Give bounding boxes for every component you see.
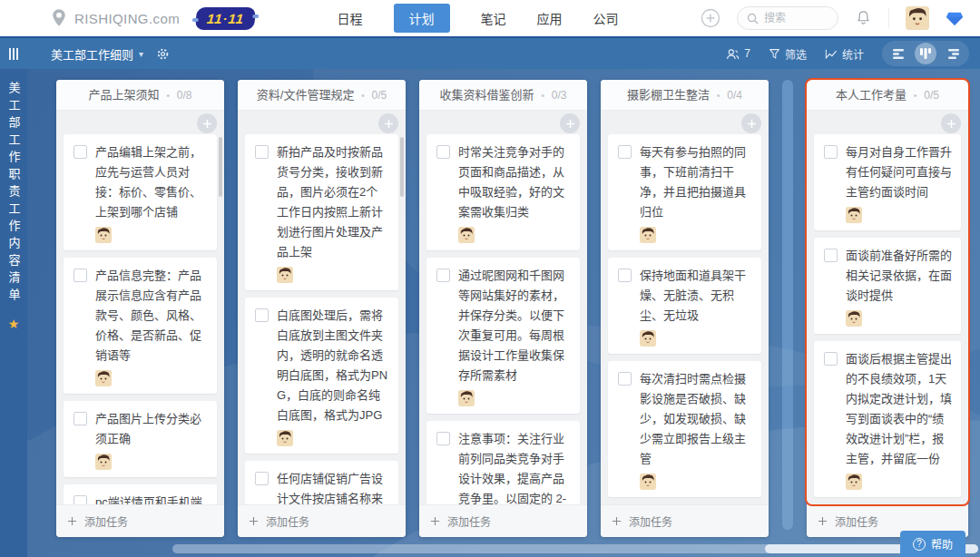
search-input[interactable] — [764, 12, 828, 24]
column-body[interactable]: 时常关注竞争对手的页面和商品描述，从中吸取经验，好的文案需收集归类 通过昵图网和… — [419, 134, 587, 504]
column-scrollbar-thumb[interactable] — [219, 137, 222, 197]
task-checkbox[interactable] — [255, 145, 269, 159]
column-header[interactable]: 产品上架须知 • 0/8 — [56, 80, 224, 111]
task-card[interactable]: 注意事项：关注行业前列同品类竞争对手设计效果，提高产品竞争里。以固定的 2-3家… — [426, 421, 580, 504]
add-card-button[interactable] — [941, 113, 961, 133]
user-avatar[interactable] — [906, 6, 929, 30]
kanban-view-button[interactable] — [915, 43, 936, 64]
task-checkbox[interactable] — [824, 249, 838, 262]
task-card[interactable]: 产品信息完整：产品展示信息应含有产品款号、颜色、风格、价格、是否新品、促销语等 — [64, 258, 217, 394]
add-card-button[interactable] — [378, 113, 398, 133]
board-left-sidebar[interactable]: 美工部工作职责工作内容清单 ★ — [0, 69, 27, 557]
plus-icon — [67, 516, 77, 526]
task-text: 每天有参与拍照的同事，下班前清扫干净，并且把拍摄道具归位 — [640, 142, 752, 222]
vip-diamond-icon[interactable] — [946, 11, 964, 26]
task-checkbox[interactable] — [436, 145, 450, 159]
task-card[interactable]: 面谈后根据主管提出的不良绩效项，1天内拟定改进计划，填写到面谈表中的“绩效改进计… — [814, 341, 961, 497]
add-task-button[interactable]: 添加任务 — [419, 504, 587, 537]
column-header[interactable]: 收集资料借鉴创新 • 0/3 — [419, 80, 587, 111]
list-view-button[interactable] — [887, 43, 909, 64]
task-card[interactable]: 保持地面和道具架干燥、无脏渍、无积尘、无垃圾 — [608, 258, 761, 354]
nav-item-schedule[interactable]: 日程 — [338, 9, 363, 27]
question-icon: ? — [913, 538, 926, 551]
task-text: 白底图处理后，需将白底放到主图文件夹内，透明的就命名透明白底图，格式为PNG，白… — [277, 306, 389, 425]
task-card[interactable]: 每次清扫时需点检摄影设施是否破损、缺少，如发现破损、缺少需立即报告上级主管 — [608, 361, 761, 497]
add-card-button[interactable] — [741, 113, 761, 133]
task-checkbox[interactable] — [255, 308, 269, 322]
task-card[interactable]: 产品编辑上架之前，应先与运营人员对接：标价、零售价、上架到哪个店铺 — [64, 134, 217, 250]
column-body[interactable]: 每天有参与拍照的同事，下班前清扫干净，并且把拍摄道具归位 保持地面和道具架干燥、… — [601, 134, 769, 504]
nav-item-plan[interactable]: 计划 — [394, 4, 450, 33]
horizontal-scrollbar — [172, 544, 978, 553]
column-header[interactable]: 资料/文件管理规定 • 0/5 — [238, 80, 406, 111]
task-card[interactable]: 通过昵图网和千图网等网站集好的素材，并保存分类。以便下次重复可用。每周根据设计工… — [426, 258, 580, 414]
task-content: 任何店铺促销广告设计文件按店铺名称来进行文件命名分类整理 — [277, 469, 389, 504]
task-checkbox[interactable] — [436, 269, 450, 282]
top-header: RISHIQING.com 11·11 日程 计划 笔记 应用 公司 — [0, 0, 980, 36]
task-text: 每次清扫时需点检摄影设施是否破损、缺少，如发现破损、缺少需立即报告上级主管 — [640, 369, 752, 469]
add-card-button[interactable] — [560, 113, 580, 133]
plus-icon — [249, 516, 259, 526]
task-checkbox[interactable] — [618, 145, 632, 159]
nav-item-apps[interactable]: 应用 — [537, 9, 563, 27]
column-header[interactable]: 摄影棚卫生整洁 • 0/4 — [601, 80, 769, 111]
notification-bell-icon[interactable] — [855, 9, 872, 27]
main-area: 美工部工作职责工作内容清单 ★ 产品上架须知 • 0/8 产品编辑上架之前，应先… — [0, 69, 980, 557]
favorite-star-icon[interactable]: ★ — [8, 317, 20, 331]
add-task-button[interactable]: 添加任务 — [601, 504, 769, 537]
task-checkbox[interactable] — [824, 145, 838, 159]
task-checkbox[interactable] — [255, 472, 269, 485]
task-card[interactable]: 每天有参与拍照的同事，下班前清扫干净，并且把拍摄道具归位 — [608, 134, 761, 250]
add-circle-icon[interactable] — [701, 8, 720, 28]
task-card[interactable]: pc端详情页和手机端详情页都要上传图片 — [64, 484, 217, 504]
members-button[interactable]: 7 — [726, 47, 750, 60]
board-settings-gear-icon[interactable] — [156, 47, 170, 61]
plus-icon — [430, 516, 440, 526]
task-checkbox[interactable] — [436, 432, 450, 445]
task-text: 面谈前准备好所需的相关记录依据，在面谈时提供 — [846, 246, 952, 306]
task-card[interactable]: 时常关注竞争对手的页面和商品描述，从中吸取经验，好的文案需收集归类 — [426, 134, 580, 250]
column-header[interactable]: 本人工作考量 • 0/5 — [807, 80, 968, 111]
add-task-label: 添加任务 — [266, 513, 309, 529]
column-body[interactable]: 新拍产品及时按新品货号分类，接收到新品，图片必须在2个工作日内按照上新计划进行图… — [238, 134, 406, 504]
stats-button[interactable]: 统计 — [825, 46, 864, 62]
nav-item-notes[interactable]: 笔记 — [481, 9, 506, 27]
promo-badge-11-11[interactable]: 11·11 — [195, 7, 256, 30]
view-toggle-group — [882, 41, 969, 66]
column-scrollbar-thumb[interactable] — [400, 137, 404, 197]
add-task-button[interactable]: 添加任务 — [56, 504, 224, 537]
add-task-button[interactable]: 添加任务 — [238, 504, 406, 537]
chevron-down-icon[interactable]: ▾ — [139, 49, 143, 59]
column-body[interactable]: 每月对自身工作晋升有任何疑问可直接与主管约面谈时间 面谈前准备好所需的相关记录依… — [807, 134, 968, 504]
task-checkbox[interactable] — [824, 352, 838, 366]
filter-button[interactable]: 筛选 — [769, 46, 807, 62]
plus-icon — [818, 516, 828, 526]
task-card[interactable]: 面谈前准备好所需的相关记录依据，在面谈时提供 — [814, 238, 961, 334]
nav-item-company[interactable]: 公司 — [593, 9, 619, 27]
task-card[interactable]: 任何店铺促销广告设计文件按店铺名称来进行文件命名分类整理 — [245, 461, 398, 504]
column-body[interactable]: 产品编辑上架之前，应先与运营人员对接：标价、零售价、上架到哪个店铺 产品信息完整… — [56, 134, 224, 504]
task-checkbox[interactable] — [74, 495, 87, 504]
collapsed-column-strip[interactable] — [782, 80, 793, 530]
plus-icon — [202, 119, 212, 129]
task-content: 每次清扫时需点检摄影设施是否破损、缺少，如发现破损、缺少需立即报告上级主管 — [640, 369, 752, 490]
brand[interactable]: RISHIQING.com — [51, 8, 180, 28]
task-card[interactable]: 新拍产品及时按新品货号分类，接收到新品，图片必须在2个工作日内按照上新计划进行图… — [245, 134, 398, 290]
task-checkbox[interactable] — [74, 269, 87, 282]
task-card[interactable]: 产品图片上传分类必须正确 — [64, 401, 217, 477]
add-card-button[interactable] — [197, 113, 217, 133]
task-checkbox[interactable] — [618, 372, 632, 386]
column-plus-row — [601, 111, 769, 134]
task-card[interactable]: 白底图处理后，需将白底放到主图文件夹内，透明的就命名透明白底图，格式为PNG，白… — [245, 298, 398, 454]
task-checkbox[interactable] — [74, 412, 87, 425]
help-button[interactable]: ? 帮助 — [900, 531, 965, 557]
board-title-dropdown[interactable]: 美工部工作细则 — [51, 45, 133, 63]
task-checkbox[interactable] — [74, 145, 87, 159]
toolbar-right-cluster: 7 筛选 统计 — [726, 41, 980, 66]
task-checkbox[interactable] — [618, 269, 632, 282]
search-box[interactable] — [737, 6, 838, 30]
timeline-view-button[interactable] — [942, 43, 964, 64]
sidebar-menu-icon[interactable] — [0, 48, 27, 60]
task-content: 通过昵图网和千图网等网站集好的素材，并保存分类。以便下次重复可用。每周根据设计工… — [458, 266, 571, 406]
task-card[interactable]: 每月对自身工作晋升有任何疑问可直接与主管约面谈时间 — [814, 134, 961, 230]
